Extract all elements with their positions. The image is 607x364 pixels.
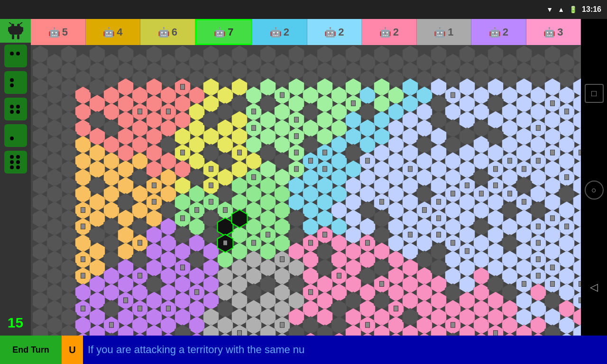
player-count-6: 2 — [393, 26, 399, 38]
android-icon-6: 🤖 — [379, 27, 391, 38]
android-icon-9: 🤖 — [543, 27, 555, 38]
main-android-icon — [0, 19, 31, 43]
square-button[interactable]: □ — [585, 84, 604, 103]
message-bar: If you are attacking a territory with th… — [83, 336, 607, 364]
player-count-5: 2 — [338, 26, 344, 38]
end-turn-button[interactable]: End Turn — [0, 336, 62, 364]
dice-3-button[interactable] — [4, 71, 27, 94]
player-slot-4: 🤖2 — [252, 19, 307, 45]
player-slot-1: 🤖4 — [86, 19, 141, 45]
player-count-7: 1 — [448, 26, 453, 38]
status-bar: ▼ ▲ 🔋 13:16 — [0, 0, 607, 19]
svg-rect-6 — [21, 27, 23, 32]
wifi-icon: ▼ — [546, 6, 553, 13]
undo-button[interactable]: U — [62, 336, 83, 364]
svg-line-3 — [20, 22, 22, 24]
android-icon-3: 🤖 — [214, 27, 226, 38]
svg-rect-7 — [12, 35, 14, 39]
player-count-9: 3 — [557, 26, 563, 38]
player-slot-7: 🤖1 — [417, 19, 472, 45]
android-icon-0: 🤖 — [48, 27, 60, 38]
svg-rect-5 — [8, 27, 10, 32]
player-count-2: 6 — [172, 26, 177, 38]
player-count-1: 4 — [117, 26, 122, 38]
android-icon-2: 🤖 — [158, 27, 170, 38]
battery-icon: 🔋 — [569, 6, 577, 13]
dice-6-button[interactable] — [4, 151, 27, 173]
player-count-0: 5 — [62, 26, 68, 38]
svg-line-2 — [9, 22, 11, 24]
android-icon-7: 🤖 — [434, 27, 446, 38]
dice-4-button[interactable] — [4, 98, 27, 120]
player-slot-9: 🤖3 — [526, 19, 581, 45]
android-icon-8: 🤖 — [489, 27, 501, 38]
svg-rect-4 — [9, 26, 22, 35]
left-panel — [0, 19, 31, 336]
player-count-8: 2 — [503, 26, 508, 38]
android-icon-5: 🤖 — [324, 27, 336, 38]
turn-number: 15 — [0, 309, 31, 336]
player-count-4: 2 — [284, 26, 289, 38]
svg-rect-8 — [17, 35, 19, 39]
dice-1-button[interactable] — [4, 124, 27, 147]
player-slot-5: 🤖2 — [307, 19, 362, 45]
right-nav: □ ○ ◁ — [581, 45, 607, 336]
bottom-bar: End Turn U If you are attacking a territ… — [0, 336, 607, 364]
circle-button[interactable]: ○ — [585, 181, 604, 200]
signal-icon: ▲ — [558, 6, 564, 13]
clock: 13:16 — [582, 5, 601, 14]
player-slot-2: 🤖6 — [140, 19, 195, 45]
player-slot-0: 🤖5 — [31, 19, 86, 45]
player-slot-3: 🤖7 — [195, 19, 253, 45]
player-slot-8: 🤖2 — [471, 19, 526, 45]
android-icon-4: 🤖 — [270, 27, 282, 38]
player-count-3: 7 — [228, 26, 233, 38]
player-slot-6: 🤖2 — [362, 19, 417, 45]
hex-canvas[interactable] — [31, 45, 581, 336]
player-bar: 🤖5🤖4🤖6🤖7🤖2🤖2🤖2🤖1🤖2🤖3 — [31, 19, 581, 45]
back-button[interactable]: ◁ — [585, 278, 604, 297]
dice-2-button[interactable] — [4, 45, 27, 67]
android-icon-1: 🤖 — [103, 27, 115, 38]
game-map[interactable] — [31, 45, 581, 336]
